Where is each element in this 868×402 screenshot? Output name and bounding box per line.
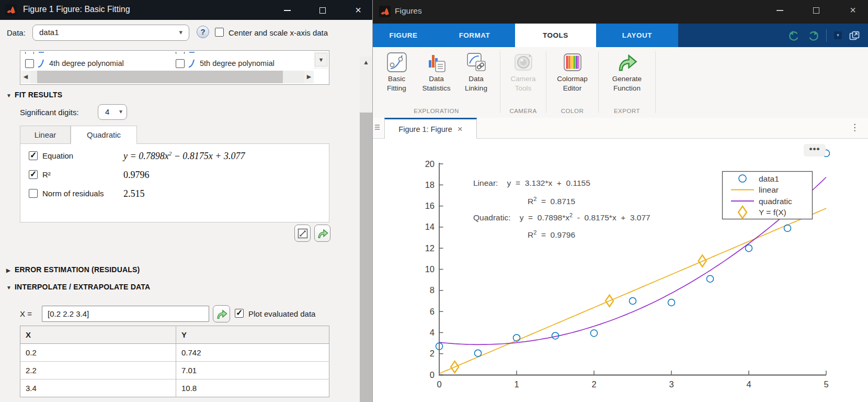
evaluate-button[interactable] [213,305,230,322]
fit-type-checkbox[interactable] [176,59,185,68]
toolbar-group-color: Colormap Editor COLOR [546,47,598,118]
legend-entry-label: quadratic [759,197,792,206]
tab-close-icon[interactable]: × [458,124,463,135]
table-row: 3.4 10.8 [20,379,329,397]
x-tick-label: 3 [669,379,673,389]
list-horizontal-scrollbar[interactable]: ◀ ▶ [21,71,314,83]
data-point-circle [668,299,675,306]
x-tick-label: 5 [824,379,828,389]
help-icon[interactable]: ? [197,26,209,38]
redo-icon[interactable] [807,30,819,41]
scroll-left-button[interactable]: ◀ [21,71,30,83]
data-point-circle [475,350,482,356]
ribbon-tab-layout[interactable]: LAYOUT [596,24,678,47]
equation-checkbox[interactable]: ✓ [29,151,38,160]
scrollbar-thumb[interactable] [360,113,372,402]
maximize-button[interactable] [810,5,822,15]
kebab-menu-icon[interactable]: ⋮ [850,122,859,133]
scrollbar-track[interactable] [30,71,304,83]
group-label-export: EXPORT [599,108,655,114]
panel-vertical-scrollbar[interactable]: ▲ [360,57,372,402]
table-row: 2.2 7.01 [20,362,329,379]
expand-results-button[interactable] [294,225,311,242]
fit-type-list-rows: 4th degree polynomial 5th degree polynom… [21,51,314,70]
group-label-color: COLOR [546,108,598,114]
legend-entry-label: data1 [759,174,779,183]
list-vertical-scrollbar[interactable]: ▼ [314,51,328,69]
ribbon-tab-tools[interactable]: TOOLS [515,24,596,47]
clipped-row-sliver [25,52,172,54]
r-squared-checkbox[interactable]: ✓ [29,170,38,179]
scrollbar-thumb[interactable] [37,71,283,83]
equation-annotation: Quadratic: y = 0.7898*x2 - 0.8175*x + 3.… [473,212,650,222]
maximize-button[interactable] [317,5,328,15]
data-point-circle [591,330,598,337]
basic-fitting-icon [386,51,408,73]
plot-evaluated-checkbox[interactable]: ✓ [235,309,244,318]
tab-quadratic[interactable]: Quadratic [71,126,137,144]
triangle-right-icon: ▶ [6,267,15,273]
quick-access-dropdown-icon[interactable]: ▾ [834,31,842,39]
scroll-down-button[interactable]: ▼ [315,53,327,66]
toolbar-group-camera: Camera Tools CAMERA [500,47,546,118]
colormap-editor-icon [562,51,584,73]
center-scale-label: Center and scale x-axis data [229,28,328,37]
x-values-input[interactable] [42,306,209,322]
toolbar-group-exploration: Basic Fitting [373,47,500,118]
table-row: 0.2 0.742 [20,344,329,362]
plot-evaluated-label: Plot evaluated data [248,309,315,318]
tab-linear[interactable]: Linear [20,126,71,143]
fit-type-list[interactable]: 4th degree polynomial 5th degree polynom… [20,50,329,85]
equation-row: ✓ Equation [29,151,73,160]
save-to-workspace-button[interactable] [314,225,330,242]
polynomial-curve-icon [188,59,196,68]
chevron-down-icon: ▾ [179,25,182,40]
scroll-up-button[interactable]: ▲ [360,59,372,66]
undo-icon[interactable] [789,30,800,41]
fit-type-label: 5th degree polynomial [200,59,275,68]
y-tick-label: 18 [425,180,435,189]
r-squared-row: ✓ R² [29,170,51,179]
fit-results-panel: ✓ Equation y = 0.7898x2 − 0.8175x + 3.07… [20,143,329,222]
drag-handle-icon[interactable] [375,125,380,131]
close-button[interactable]: × [352,5,364,16]
close-button[interactable]: × [847,5,859,16]
scroll-right-button[interactable]: ▶ [304,71,314,83]
ribbon-tab-figure[interactable]: FIGURE [373,24,434,47]
norm-residuals-checkbox[interactable] [29,189,38,198]
fit-type-checkbox[interactable] [25,59,34,68]
fit-type-item[interactable]: 4th degree polynomial [25,55,124,70]
basic-fitting-titlebar[interactable]: Figure 1 Figure: Basic Fitting × [0,0,372,20]
generate-function-icon [616,51,638,73]
basic-fitting-window: Figure 1 Figure: Basic Fitting × Data: d… [0,0,373,402]
green-arrow-icon [317,228,328,239]
new-window-icon[interactable] [849,31,860,40]
group-label-exploration: EXPLORATION [373,108,500,114]
significant-digits-dropdown[interactable]: 4 ▾ [98,104,127,120]
triangle-down-icon: ▼ [6,93,15,98]
figures-titlebar[interactable]: Figures × [373,0,868,24]
tab-figure-1[interactable]: Figure 1: Figure × [384,118,477,139]
minimize-button[interactable] [281,5,293,15]
interpolate-header[interactable]: ▼INTERPOLATE / EXTRAPOLATE DATA [6,283,150,291]
ribbon-tab-format[interactable]: FORMAT [434,24,515,47]
fit-type-item[interactable]: 5th degree polynomial [176,55,275,70]
expand-icon [298,228,308,239]
column-header-y: Y [176,326,329,344]
equation-annotation: R2 = 0.9796 [528,229,575,240]
data-dropdown[interactable]: data1 ▾ [32,25,189,41]
minimize-button[interactable] [774,5,785,15]
evaluated-results-table: X Y 0.2 0.742 2.2 7.01 3.4 10.8 [20,326,329,397]
norm-residuals-row: Norm of residuals [29,189,104,198]
y-tick-label: 6 [430,307,435,316]
data-point-circle [784,225,791,231]
center-scale-checkbox[interactable] [215,28,224,37]
fit-results-header[interactable]: ▼FIT RESULTS [6,91,62,99]
r-squared-value: 0.9796 [123,170,150,181]
data-statistics-icon [426,51,448,73]
axes-toolbar-more-icon[interactable]: ••• [804,144,826,157]
error-estimation-header[interactable]: ▶ERROR ESTIMATION (RESIDUALS) [6,265,140,274]
data-point-circle [707,275,714,282]
data-point-circle [746,245,752,252]
matlab-logo-icon [379,6,391,17]
